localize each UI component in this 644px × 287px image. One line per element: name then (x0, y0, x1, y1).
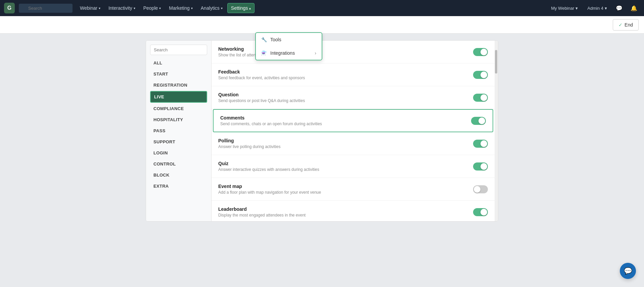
toggle-networking[interactable] (473, 48, 488, 56)
end-button[interactable]: ✓ End (613, 19, 639, 31)
row-desc-event-map: Add a floor plan with map navigation for… (218, 190, 473, 195)
chat-fab-button[interactable]: 💬 (620, 263, 636, 279)
toggle-polling[interactable] (473, 140, 488, 148)
settings-row-leaderboard: Leaderboard Display the most engaged att… (212, 201, 495, 221)
row-title-feedback: Feedback (218, 69, 473, 75)
nav-item-interactivity[interactable]: Interactivity ▾ (105, 3, 139, 13)
row-desc-quiz: Answer interactive quizzes with answers … (218, 167, 473, 172)
flask-icon: ⚗️ (261, 50, 267, 56)
sidebar-item-pass[interactable]: PASS (150, 126, 207, 136)
sidebar-search-input[interactable] (150, 45, 207, 55)
wrench-icon: 🔧 (261, 37, 267, 42)
chevron-down-icon: ▾ (605, 6, 607, 11)
check-icon: ✓ (618, 22, 623, 28)
row-desc-polling: Answer live polling during activities (218, 144, 473, 149)
toggle-feedback[interactable] (473, 71, 488, 79)
main-area: ALL START REGISTRATION LIVE COMPLIANCE H… (0, 34, 644, 287)
sidebar-item-login[interactable]: LOGIN (150, 148, 207, 158)
sidebar-item-extra[interactable]: EXTRA (150, 181, 207, 191)
sidebar-item-compliance[interactable]: COMPLIANCE (150, 103, 207, 114)
sidebar-item-start[interactable]: START (150, 69, 207, 79)
row-desc-feedback: Send feedback for event, activities and … (218, 76, 473, 80)
toggle-leaderboard[interactable] (473, 208, 488, 216)
settings-row-quiz: Quiz Answer interactive quizzes with ans… (212, 155, 495, 178)
logo: G (4, 3, 15, 13)
nav-item-analytics[interactable]: Analytics ▾ (197, 3, 226, 13)
chevron-down-icon: ▾ (99, 6, 100, 10)
row-title-event-map: Event map (218, 184, 473, 189)
chevron-right-icon: › (315, 50, 316, 56)
nav-item-people[interactable]: People ▾ (140, 3, 165, 13)
settings-content: Networking Show the list of attendees on… (212, 41, 495, 221)
chat-fab-icon: 💬 (624, 267, 632, 275)
sidebar-item-live[interactable]: LIVE (150, 91, 207, 103)
settings-row-polling: Polling Answer live polling during activ… (212, 132, 495, 155)
row-title-leaderboard: Leaderboard (218, 206, 473, 212)
nav-admin[interactable]: Admin 4 ▾ (584, 4, 610, 13)
settings-row-feedback: Feedback Send feedback for event, activi… (212, 63, 495, 86)
row-title-quiz: Quiz (218, 161, 473, 166)
toggle-question[interactable] (473, 94, 488, 102)
settings-dropdown: 🔧 Tools ⚗️ Integrations › (255, 32, 322, 60)
nav-search-wrapper: 🔍 (19, 4, 73, 13)
bell-icon-button[interactable]: 🔔 (628, 3, 640, 13)
settings-row-comments: Comments Send comments, chats or an open… (213, 109, 493, 132)
row-title-comments: Comments (220, 115, 471, 121)
row-desc-comments: Send comments, chats or an open forum du… (220, 122, 471, 126)
nav-item-webinar[interactable]: Webinar ▾ (77, 3, 104, 13)
nav-item-marketing[interactable]: Marketing ▾ (166, 3, 196, 13)
sidebar-item-registration[interactable]: REGISTRATION (150, 80, 207, 90)
row-desc-leaderboard: Display the most engaged attendees in th… (218, 213, 473, 218)
chevron-down-icon: ▾ (576, 6, 578, 11)
chevron-down-icon: ▾ (221, 6, 223, 10)
sidebar-item-block[interactable]: BLOCK (150, 170, 207, 180)
settings-sidebar: ALL START REGISTRATION LIVE COMPLIANCE H… (146, 41, 212, 221)
sidebar-item-hospitality[interactable]: HOSPITALITY (150, 114, 207, 125)
dropdown-item-tools[interactable]: 🔧 Tools (256, 33, 322, 46)
nav-my-webinar[interactable]: My Webinar ▾ (548, 4, 581, 13)
row-desc-question: Send questions or post live Q&A during a… (218, 98, 473, 103)
settings-row-networking: Networking Show the list of attendees on… (212, 41, 495, 63)
toggle-event-map[interactable] (473, 185, 488, 193)
toggle-quiz[interactable] (473, 162, 488, 171)
settings-row-event-map: Event map Add a floor plan with map navi… (212, 178, 495, 201)
nav-item-settings[interactable]: Settings ▴ (227, 3, 255, 13)
nav-right: My Webinar ▾ Admin 4 ▾ 💬 🔔 (548, 3, 640, 13)
sidebar-item-support[interactable]: SUPPORT (150, 137, 207, 147)
settings-container: ALL START REGISTRATION LIVE COMPLIANCE H… (146, 40, 498, 222)
navbar: G 🔍 Webinar ▾ Interactivity ▾ People ▾ M… (0, 0, 644, 16)
settings-row-question: Question Send questions or post live Q&A… (212, 86, 495, 109)
nav-search-input[interactable] (19, 4, 73, 13)
toggle-comments[interactable] (471, 117, 486, 125)
row-title-polling: Polling (218, 138, 473, 143)
scrollbar-thumb (495, 50, 497, 74)
sidebar-item-control[interactable]: CONTROL (150, 159, 207, 169)
vertical-scrollbar[interactable] (495, 41, 498, 221)
topbar: ✓ End (0, 16, 644, 34)
chevron-down-icon: ▾ (134, 6, 135, 10)
dropdown-item-integrations[interactable]: ⚗️ Integrations › (256, 46, 322, 60)
chat-icon-button[interactable]: 💬 (613, 3, 625, 13)
sidebar-item-all[interactable]: ALL (150, 58, 207, 68)
row-title-question: Question (218, 92, 473, 97)
chevron-down-icon: ▾ (191, 6, 193, 10)
chevron-down-icon: ▾ (159, 6, 161, 10)
chevron-up-icon: ▴ (249, 6, 251, 10)
